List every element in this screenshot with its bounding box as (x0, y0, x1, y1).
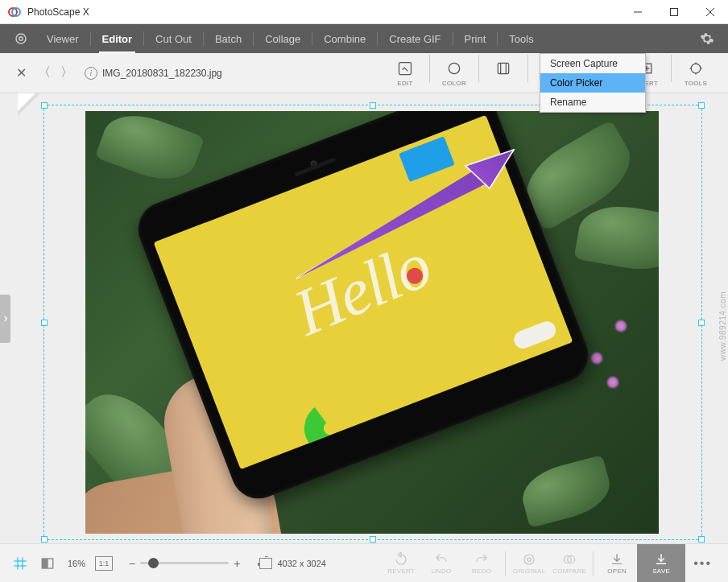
selection-handle[interactable] (41, 102, 48, 109)
zoom-out-icon[interactable]: − (124, 557, 140, 570)
app-icon (8, 6, 21, 19)
crop-grid-icon[interactable] (8, 551, 32, 576)
bottombar-divider (593, 551, 594, 576)
selection-handle[interactable] (370, 536, 376, 543)
svg-point-25 (524, 555, 534, 564)
dropdown-screen-capture[interactable]: Screen Capture (540, 54, 645, 73)
original-button[interactable]: ORIGINAL (509, 546, 549, 581)
menu-collage[interactable]: Collage (254, 24, 312, 53)
toolbar-divider (478, 55, 479, 82)
zoom-in-icon[interactable]: + (229, 557, 245, 570)
settings-gear-icon[interactable] (693, 24, 722, 53)
hello-text: Hello (285, 232, 439, 347)
selection-handle[interactable] (370, 102, 376, 109)
menu-print[interactable]: Print (453, 24, 498, 53)
save-button[interactable]: SAVE (637, 544, 685, 583)
menu-viewer[interactable]: Viewer (35, 24, 90, 53)
bottombar-divider (505, 551, 506, 576)
maximize-button[interactable] (656, 0, 692, 24)
image-dimensions[interactable]: 4032 x 3024 (259, 558, 326, 569)
selection-handle[interactable] (698, 102, 705, 109)
redo-button[interactable]: REDO (461, 546, 502, 581)
zoom-slider-knob[interactable] (148, 558, 159, 568)
menu-creategif[interactable]: Create GIF (378, 24, 452, 53)
file-info[interactable]: i IMG_20180831_182230.jpg (85, 67, 222, 80)
tools-tool-button[interactable]: TOOLS (673, 55, 718, 92)
canvas-area[interactable]: Hello (0, 93, 728, 543)
toolbar-divider (429, 55, 430, 82)
split-view-icon[interactable] (35, 551, 60, 576)
home-icon[interactable] (6, 31, 35, 46)
svg-point-9 (449, 63, 459, 73)
more-options-icon[interactable]: ••• (685, 556, 720, 571)
menu-editor[interactable]: Editor (91, 24, 144, 53)
page-corner-fold-icon (18, 93, 40, 116)
svg-rect-24 (42, 559, 48, 568)
zoom-actual-size[interactable]: 1:1 (95, 556, 113, 571)
info-icon: i (85, 67, 97, 80)
svg-point-6 (16, 34, 26, 43)
selection-handle[interactable] (41, 536, 48, 543)
menu-combine[interactable]: Combine (312, 24, 377, 53)
selection-handle[interactable] (41, 320, 48, 326)
close-file-icon[interactable]: ✕ (10, 62, 33, 84)
selection-handle[interactable] (698, 320, 705, 326)
tools-dropdown-menu: Screen Capture Color Picker Rename (540, 53, 646, 113)
next-image-icon[interactable]: 〉 (56, 61, 78, 85)
svg-point-26 (527, 557, 532, 561)
filename-label: IMG_20180831_182230.jpg (102, 68, 222, 79)
compare-button[interactable]: COMPARE (549, 546, 589, 581)
zoom-percentage[interactable]: 16% (68, 559, 85, 568)
edit-tool-button[interactable]: EDIT (383, 55, 428, 92)
dimensions-icon (259, 558, 272, 569)
dimensions-text: 4032 x 3024 (277, 559, 326, 568)
menu-cutout[interactable]: Cut Out (144, 24, 203, 53)
undo-button[interactable]: UNDO (421, 546, 461, 581)
zoom-slider-track[interactable] (140, 562, 229, 564)
window-controls (619, 0, 728, 24)
toolbar-divider (671, 55, 672, 82)
bottom-toolbar: 16% 1:1 − + 4032 x 3024 REVERT UNDO REDO… (0, 543, 728, 582)
svg-point-7 (19, 37, 23, 41)
svg-rect-10 (498, 63, 508, 73)
revert-button[interactable]: REVERT (381, 546, 421, 581)
left-panel-toggle[interactable] (0, 295, 10, 343)
svg-point-16 (691, 64, 701, 73)
dropdown-color-picker[interactable]: Color Picker (540, 73, 645, 93)
zoom-slider: − + (124, 557, 245, 570)
app-title: PhotoScape X (27, 6, 619, 18)
toolbar-divider (527, 55, 528, 82)
window-titlebar: PhotoScape X (0, 0, 728, 24)
menu-batch[interactable]: Batch (204, 24, 253, 53)
minimize-button[interactable] (619, 0, 656, 24)
selection-handle[interactable] (698, 536, 705, 543)
close-button[interactable] (692, 0, 728, 24)
film-tool-button[interactable] (481, 55, 526, 92)
photo-preview[interactable]: Hello (85, 111, 659, 534)
main-menubar: Viewer Editor Cut Out Batch Collage Comb… (0, 24, 728, 53)
dropdown-rename[interactable]: Rename (540, 93, 645, 112)
open-button[interactable]: OPEN (597, 546, 637, 581)
menu-tools[interactable]: Tools (498, 24, 544, 53)
prev-image-icon[interactable]: 〈 (33, 61, 56, 85)
svg-rect-3 (670, 8, 677, 15)
color-tool-button[interactable]: COLOR (432, 55, 477, 92)
